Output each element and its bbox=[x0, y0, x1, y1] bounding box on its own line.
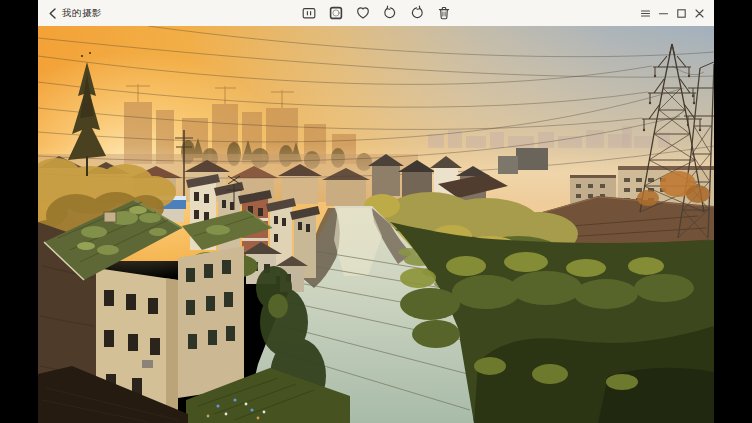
letterbox-right bbox=[714, 0, 752, 423]
close-button[interactable] bbox=[692, 6, 706, 20]
trash-icon bbox=[436, 5, 452, 21]
photo-viewer-window: 我的摄影 bbox=[38, 0, 714, 423]
menu-icon bbox=[639, 7, 652, 20]
back-label: 我的摄影 bbox=[62, 7, 102, 20]
rotate-right-icon bbox=[409, 5, 425, 21]
rotate-left-icon bbox=[382, 5, 398, 21]
fit-to-window-icon bbox=[328, 5, 344, 21]
window-controls bbox=[638, 0, 706, 26]
menu-button[interactable] bbox=[638, 6, 652, 20]
minimize-button[interactable] bbox=[656, 6, 670, 20]
favorite-button[interactable] bbox=[354, 5, 371, 22]
back-button[interactable]: 我的摄影 bbox=[48, 7, 102, 20]
maximize-button[interactable] bbox=[674, 6, 688, 20]
screen: 我的摄影 bbox=[0, 0, 752, 423]
photo-sunset-canal bbox=[38, 26, 714, 423]
minimize-icon bbox=[657, 7, 670, 20]
letterbox-left bbox=[0, 0, 38, 423]
actual-size-button[interactable] bbox=[300, 5, 317, 22]
rotate-right-button[interactable] bbox=[408, 5, 425, 22]
close-icon bbox=[693, 7, 706, 20]
photo-canvas[interactable] bbox=[38, 26, 714, 423]
toolbar bbox=[300, 0, 452, 26]
titlebar: 我的摄影 bbox=[38, 0, 714, 26]
maximize-icon bbox=[675, 7, 688, 20]
delete-button[interactable] bbox=[435, 5, 452, 22]
actual-size-icon bbox=[301, 5, 317, 21]
fit-to-window-button[interactable] bbox=[327, 5, 344, 22]
rotate-left-button[interactable] bbox=[381, 5, 398, 22]
heart-icon bbox=[355, 5, 371, 21]
back-chevron-icon bbox=[48, 8, 57, 19]
